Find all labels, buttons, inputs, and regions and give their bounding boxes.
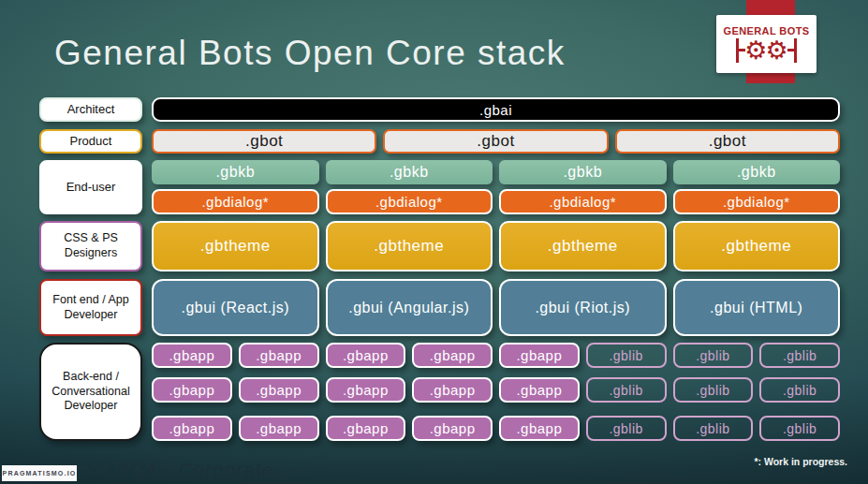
gbapp-box: .gbapp bbox=[412, 377, 493, 403]
gbkb-box: .gbkb bbox=[499, 160, 667, 184]
gbai-box: .gbai bbox=[152, 97, 840, 122]
gbdialog-box: .gbdialog* bbox=[152, 189, 319, 214]
gbapp-row-3: .gbapp.gbapp.gbapp.gbapp.gbapp.gblib.gbl… bbox=[152, 416, 840, 441]
gbot-row: .gbot.gbot.gbot bbox=[152, 129, 840, 154]
gblib-box: .gblib bbox=[586, 377, 667, 403]
gbtheme-box: .gbtheme bbox=[673, 221, 841, 271]
label-end-user: End-user bbox=[39, 160, 142, 214]
gbapp-row-1: .gbapp.gbapp.gbapp.gbapp.gbapp.gblib.gbl… bbox=[152, 343, 840, 368]
pragmatismo-badge: PRAGMATISMO.IO bbox=[2, 465, 77, 481]
gears-icon: ⚙ ⚙ bbox=[736, 37, 796, 63]
gbapp-box: .gbapp bbox=[239, 416, 319, 441]
gear-axle-right bbox=[787, 49, 794, 51]
gbtheme-box: .gbtheme bbox=[499, 221, 667, 271]
gbdialog-box: .gbdialog* bbox=[499, 189, 667, 214]
gbapp-box: .gbapp bbox=[412, 416, 493, 441]
gbapp-box: .gbapp bbox=[499, 377, 580, 403]
label-architect: Architect bbox=[39, 97, 142, 122]
gbot-box: .gbot bbox=[615, 129, 840, 154]
label-frontend: Font end / App Developer bbox=[39, 279, 142, 336]
slide: General Bots Open Core stack GENERAL BOT… bbox=[0, 0, 868, 484]
gbapp-box: .gbapp bbox=[152, 343, 232, 368]
gblib-box: .gblib bbox=[673, 377, 754, 403]
gear-icon: ⚙ bbox=[766, 37, 788, 63]
gbui-box: .gbui (React.js) bbox=[152, 279, 319, 336]
gblib-box: .gblib bbox=[673, 416, 754, 441]
gbot-box: .gbot bbox=[152, 129, 376, 154]
gbapp-box: .gbapp bbox=[152, 416, 232, 441]
gear-icon: ⚙ bbox=[744, 37, 767, 63]
gbot-box: .gbot bbox=[383, 129, 608, 154]
gblib-box: .gblib bbox=[759, 416, 840, 441]
gbtheme-box: .gbtheme bbox=[152, 221, 319, 271]
gbai-row: .gbai bbox=[152, 97, 840, 122]
gblib-box: .gblib bbox=[759, 377, 840, 403]
gbdialog-row: .gbdialog*.gbdialog*.gbdialog*.gbdialog* bbox=[152, 189, 840, 214]
gbkb-row: .gbkb.gbkb.gbkb.gbkb bbox=[152, 160, 840, 184]
gbui-row: .gbui (React.js).gbui (Angular.js).gbui … bbox=[152, 279, 840, 336]
gbtheme-box: .gbtheme bbox=[326, 221, 493, 271]
gbdialog-box: .gbdialog* bbox=[326, 189, 493, 214]
page-title: General Bots Open Core stack bbox=[54, 34, 566, 73]
gbkb-box: .gbkb bbox=[673, 160, 841, 184]
gbapp-box: .gbapp bbox=[326, 377, 406, 403]
gblib-box: .gblib bbox=[673, 343, 754, 368]
gbui-box: .gbui (HTML) bbox=[673, 279, 841, 336]
gbui-box: .gbui (Riot.js) bbox=[499, 279, 667, 336]
gbkb-box: .gbkb bbox=[326, 160, 493, 184]
slide-footer-label: 2018Q4 - Corporate bbox=[82, 459, 274, 481]
gbapp-box: .gbapp bbox=[239, 343, 319, 368]
gbapp-box: .gbapp bbox=[239, 377, 319, 403]
gbtheme-row: .gbtheme.gbtheme.gbtheme.gbtheme bbox=[152, 221, 840, 271]
gbapp-box: .gbapp bbox=[326, 343, 406, 368]
gblib-box: .gblib bbox=[759, 343, 840, 368]
gblib-box: .gblib bbox=[586, 416, 667, 441]
work-in-progress-note: *: Work in progress. bbox=[754, 456, 847, 467]
label-backend: Back-end / Conversational Developer bbox=[39, 343, 142, 441]
general-bots-logo: GENERAL BOTS ⚙ ⚙ bbox=[716, 15, 817, 73]
gbkb-box: .gbkb bbox=[152, 160, 319, 184]
gbdialog-box: .gbdialog* bbox=[673, 189, 841, 214]
gbapp-box: .gbapp bbox=[412, 343, 493, 368]
label-product: Product bbox=[39, 129, 142, 154]
label-designers: CSS & PS Designers bbox=[39, 221, 142, 271]
gbapp-box: .gbapp bbox=[499, 416, 580, 441]
gbui-box: .gbui (Angular.js) bbox=[326, 279, 493, 336]
gbapp-box: .gbapp bbox=[499, 343, 580, 368]
gbapp-row-2: .gbapp.gbapp.gbapp.gbapp.gbapp.gblib.gbl… bbox=[152, 377, 840, 403]
gbapp-box: .gbapp bbox=[326, 416, 406, 441]
gbapp-box: .gbapp bbox=[152, 377, 232, 403]
gear-bracket-right bbox=[794, 38, 797, 63]
gblib-box: .gblib bbox=[586, 343, 667, 368]
